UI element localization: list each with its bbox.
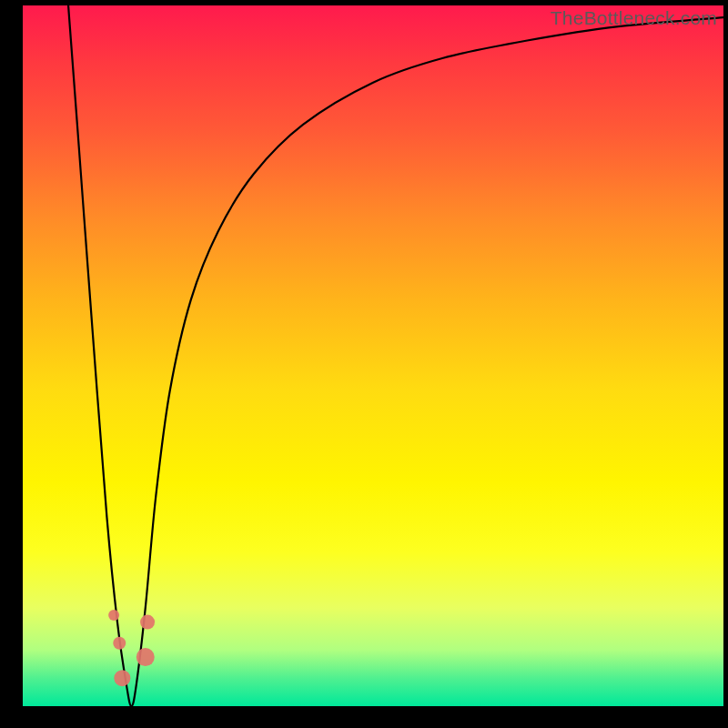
point-a	[108, 610, 119, 621]
point-d	[136, 648, 155, 666]
point-b	[113, 637, 126, 650]
chart-svg	[23, 5, 723, 706]
point-c	[114, 670, 130, 686]
point-e	[140, 615, 155, 630]
watermark: TheBottleneck.com	[551, 7, 717, 29]
bottleneck-curve	[68, 5, 723, 706]
marker-group	[108, 610, 155, 686]
plot-area	[23, 5, 723, 706]
chart-container: TheBottleneck.com	[0, 0, 728, 728]
